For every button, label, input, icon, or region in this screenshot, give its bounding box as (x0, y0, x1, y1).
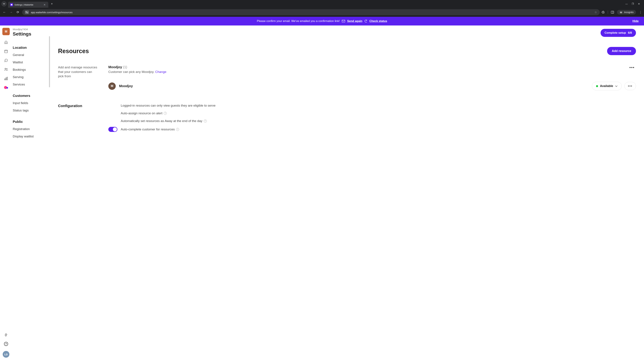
extensions-icon[interactable] (602, 11, 605, 14)
config-label: Logged-in resources can only view guests… (121, 104, 216, 107)
svg-point-13 (6, 68, 8, 69)
config-row: Auto-complete customer for resources ? (108, 127, 636, 132)
svg-rect-15 (6, 78, 6, 80)
window-controls: — ❐ ✕ (626, 2, 643, 5)
config-row: Automatically set resources as Away at t… (108, 119, 636, 123)
tab-search-dropdown[interactable] (1, 1, 7, 6)
forward-button[interactable]: → (9, 10, 14, 14)
settings-icon[interactable] (4, 85, 8, 89)
help-tooltip-icon[interactable]: ? (164, 112, 167, 115)
resource-item: M Moodjoy Available ••• (108, 82, 636, 90)
config-title: Configuration (58, 104, 98, 132)
resource-group-title: Moodjoy (1) (108, 65, 166, 69)
svg-rect-14 (4, 79, 5, 80)
svg-point-12 (5, 68, 6, 69)
config-row: Auto-assign resource on alert ? (108, 111, 636, 115)
toolbar-divider (608, 10, 608, 14)
nav-heading-public: Public (12, 118, 50, 125)
status-dot-icon (596, 85, 598, 87)
chevron-down-icon (615, 85, 618, 87)
svg-point-11 (6, 60, 7, 60)
calendar-icon[interactable] (4, 49, 8, 53)
incognito-icon (619, 11, 623, 13)
toolbar-icons: Incognito ⋮ (602, 10, 642, 14)
nav-item-display-waitlist[interactable]: Display waitlist (12, 133, 50, 140)
content-title: Resources (58, 48, 89, 55)
nav-heading-customers: Customers (12, 92, 50, 99)
group-more-button[interactable]: ••• (628, 65, 636, 70)
resource-more-button[interactable]: ••• (624, 82, 636, 90)
svg-point-10 (6, 60, 6, 60)
status-dropdown[interactable]: Available (592, 82, 622, 90)
new-tab-button[interactable]: + (51, 2, 53, 6)
icon-rail: M ? LD (0, 25, 12, 360)
send-again-link[interactable]: Send again (347, 19, 362, 23)
incognito-label: Incognito (624, 11, 634, 13)
resource-avatar: M (108, 82, 116, 90)
incognito-badge[interactable]: Incognito (617, 10, 636, 14)
address-bar: ← → ⟳ app.waitwhile.com/settings/resourc… (0, 8, 644, 17)
org-name: Moodjoy7434 (12, 28, 50, 31)
reload-button[interactable]: ⟳ (16, 10, 20, 14)
org-avatar[interactable]: M (2, 28, 10, 35)
tab-title: Settings | Waitwhile (14, 3, 42, 6)
hide-banner-link[interactable]: Hide (632, 19, 639, 23)
config-label: Auto-assign resource on alert ? (121, 111, 167, 115)
nav-heading-location: Location (12, 44, 50, 51)
nav-item-waitlist[interactable]: Waitlist (12, 59, 50, 66)
svg-point-9 (5, 60, 6, 60)
nav-item-serving[interactable]: Serving (12, 73, 50, 81)
maximize-button[interactable]: ❐ (632, 2, 634, 5)
check-status-link[interactable]: Check status (370, 19, 387, 23)
mail-icon (342, 20, 345, 22)
help-tooltip-icon[interactable]: ? (204, 119, 207, 122)
nav-item-general[interactable]: General (12, 51, 50, 59)
bookmark-star-icon[interactable]: ☆ (594, 10, 597, 14)
app-container: M ? LD Moodjoy7434 Settings Location G (0, 25, 644, 360)
url-text: app.waitwhile.com/settings/resources (31, 11, 592, 14)
user-avatar[interactable]: LD (3, 351, 10, 358)
section-description: Add and manage resources that your custo… (58, 65, 98, 90)
close-window-button[interactable]: ✕ (638, 2, 640, 5)
lightning-icon[interactable] (4, 333, 8, 337)
refresh-icon (364, 19, 368, 23)
minimize-button[interactable]: — (626, 2, 628, 5)
setup-progress: 6/8 (628, 31, 632, 34)
analytics-icon[interactable] (4, 76, 8, 80)
complete-setup-button[interactable]: Complete setup 6/8 (600, 29, 636, 37)
add-resource-button[interactable]: Add resource (607, 47, 636, 55)
change-link[interactable]: Change (155, 70, 166, 73)
help-icon[interactable]: ? (4, 342, 8, 346)
email-confirm-banner: Please confirm your email. We've emailed… (0, 17, 644, 25)
browser-chrome: Settings | Waitwhile ✕ + — ❐ ✕ ← → ⟳ app… (0, 0, 644, 17)
status-label: Available (600, 84, 613, 88)
browser-tab[interactable]: Settings | Waitwhile ✕ (8, 2, 48, 8)
url-bar[interactable]: app.waitwhile.com/settings/resources ☆ (22, 9, 600, 15)
page-title: Settings (12, 31, 50, 37)
side-panel-icon[interactable] (611, 11, 614, 13)
nav-item-services[interactable]: Services (12, 81, 50, 88)
setup-label: Complete setup (604, 31, 626, 34)
config-label: Auto-complete customer for resources ? (121, 128, 179, 131)
people-icon[interactable] (4, 67, 8, 71)
toggle-switch[interactable] (108, 127, 118, 132)
help-tooltip-icon[interactable]: ? (176, 128, 179, 131)
home-icon[interactable] (4, 40, 8, 44)
config-row: Logged-in resources can only view guests… (108, 104, 636, 107)
config-label: Automatically set resources as Away at t… (121, 119, 207, 123)
settings-sidebar: Moodjoy7434 Settings Location General Wa… (12, 25, 50, 360)
tab-favicon (10, 3, 13, 6)
browser-menu-button[interactable]: ⋮ (639, 10, 642, 14)
chat-icon[interactable] (4, 58, 8, 62)
nav-item-status-tags[interactable]: Status tags (12, 107, 50, 114)
svg-rect-0 (26, 11, 27, 12)
nav-item-input-fields[interactable]: Input fields (12, 99, 50, 107)
nav-item-registration[interactable]: Registration (12, 125, 50, 133)
site-info-icon[interactable] (25, 10, 29, 14)
nav-item-bookings[interactable]: Bookings (12, 66, 50, 73)
tab-close-button[interactable]: ✕ (43, 3, 46, 6)
back-button[interactable]: ← (2, 10, 7, 14)
tab-bar: Settings | Waitwhile ✕ + — ❐ ✕ (0, 0, 644, 8)
svg-rect-5 (4, 50, 8, 53)
resource-name: Moodjoy (119, 84, 133, 88)
